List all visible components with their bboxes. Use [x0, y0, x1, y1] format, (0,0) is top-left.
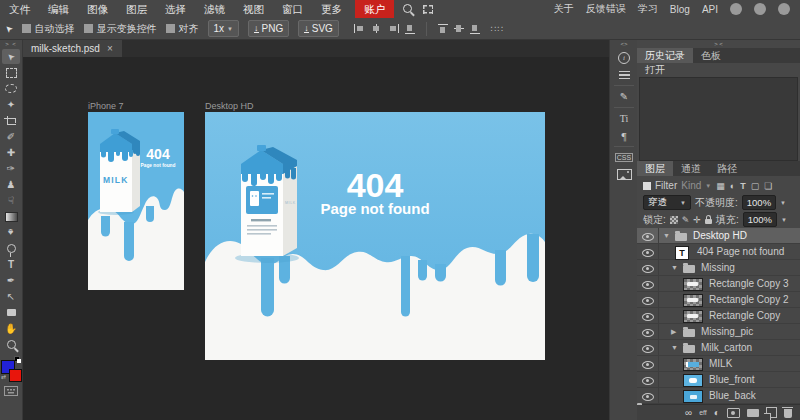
twitter-icon[interactable]: [754, 3, 766, 15]
account-button[interactable]: 账户: [355, 0, 394, 18]
show-transform-checkbox[interactable]: 显示变换控件: [84, 22, 157, 36]
filter-smart-icon[interactable]: ❏: [764, 181, 772, 191]
link-layers-icon[interactable]: ∞: [685, 407, 692, 418]
zoom-tool[interactable]: [2, 337, 20, 352]
collapse-arrow-icon[interactable]: ▶: [671, 328, 676, 336]
distribute-vertical-icon[interactable]: [470, 24, 480, 34]
reddit-icon[interactable]: [730, 3, 742, 15]
menu-api[interactable]: API: [702, 4, 718, 15]
menu-layer[interactable]: 图层: [120, 0, 153, 18]
healing-tool[interactable]: ✚: [2, 145, 20, 160]
history-entry-open[interactable]: 打开: [637, 63, 800, 77]
document-tab[interactable]: milk-sketch.psd ×: [22, 40, 122, 57]
visibility-eye-icon[interactable]: [642, 329, 654, 337]
menu-image[interactable]: 图像: [81, 0, 114, 18]
lock-position-icon[interactable]: ✛: [693, 215, 701, 225]
layer-row-404-text[interactable]: T 404 Page not found: [637, 244, 800, 260]
background-color-swatch[interactable]: [9, 369, 22, 382]
menu-learn[interactable]: 学习: [638, 2, 658, 16]
smudge-tool[interactable]: ☟: [2, 193, 20, 208]
tab-swatches[interactable]: 色板: [693, 48, 729, 63]
menu-view[interactable]: 视图: [237, 0, 270, 18]
layer-row-rectangle-copy-2[interactable]: Rectangle Copy 2: [637, 292, 800, 308]
layer-row-blue-back[interactable]: Blue_back: [637, 388, 800, 404]
visibility-eye-icon[interactable]: [642, 313, 654, 321]
export-png-button[interactable]: ↓ PNG: [248, 20, 289, 37]
move-tool[interactable]: ➤: [2, 49, 20, 64]
info-panel-icon[interactable]: i: [610, 49, 638, 66]
tab-history[interactable]: 历史记录: [637, 48, 693, 63]
expand-arrow-icon[interactable]: ▼: [671, 264, 678, 272]
artboard-label-desktop[interactable]: Desktop HD: [205, 101, 254, 111]
fullscreen-icon[interactable]: [423, 5, 433, 14]
adjustment-layer-icon[interactable]: ◐: [714, 407, 720, 418]
filter-adjustment-icon[interactable]: ◐: [730, 181, 735, 191]
close-icon[interactable]: ×: [107, 43, 113, 54]
shape-tool[interactable]: [2, 305, 20, 320]
lock-all-icon[interactable]: [705, 219, 712, 224]
toolbox-collapse-icon[interactable]: > <: [0, 40, 22, 48]
menu-about[interactable]: 关于: [554, 2, 574, 16]
expand-arrow-icon[interactable]: ▼: [663, 232, 670, 240]
pen-tool[interactable]: ✒: [2, 273, 20, 288]
css-panel-icon[interactable]: CSS: [610, 149, 638, 166]
menu-file[interactable]: 文件: [3, 0, 36, 18]
swap-colors-icon[interactable]: ⇄: [1, 373, 6, 380]
align-center-icon[interactable]: [371, 24, 382, 33]
layer-row-milk[interactable]: MILK: [637, 356, 800, 372]
visibility-eye-icon[interactable]: [642, 249, 654, 257]
visibility-eye-icon[interactable]: [642, 377, 654, 385]
distribute-spacing-icon[interactable]: ∷∷: [491, 24, 504, 34]
fill-input[interactable]: 100%: [743, 212, 777, 227]
keyboard-shortcuts-icon[interactable]: [4, 386, 18, 396]
visibility-eye-icon[interactable]: [642, 265, 654, 273]
canvas-area[interactable]: iPhone 7 Desktop HD: [22, 57, 609, 420]
visibility-eye-icon[interactable]: [642, 297, 654, 305]
menu-window[interactable]: 窗口: [276, 0, 309, 18]
expand-arrow-icon[interactable]: ▼: [671, 344, 678, 352]
snap-checkbox[interactable]: 对齐: [166, 22, 199, 36]
menu-filter[interactable]: 滤镜: [198, 0, 231, 18]
layer-row-desktop-hd[interactable]: ▼ Desktop HD: [637, 228, 800, 244]
add-mask-icon[interactable]: [727, 408, 740, 418]
gradient-tool[interactable]: [2, 209, 20, 224]
align-top-icon[interactable]: [438, 24, 448, 34]
blur-tool[interactable]: ♠: [2, 225, 20, 240]
export-svg-button[interactable]: ↓ SVG: [298, 20, 339, 37]
visibility-eye-icon[interactable]: [642, 233, 654, 241]
dodge-tool[interactable]: [2, 241, 20, 256]
crop-tool[interactable]: [2, 113, 20, 128]
lock-transparency-icon[interactable]: [670, 216, 678, 224]
layer-row-missing-pic-group[interactable]: ▶ Missing_pic: [637, 324, 800, 340]
adjustments-panel-icon[interactable]: [610, 66, 638, 83]
blend-mode-select[interactable]: 穿透 ▼: [643, 195, 691, 210]
delete-layer-icon[interactable]: [784, 409, 792, 418]
image-panel-icon[interactable]: [610, 166, 638, 183]
lock-paint-icon[interactable]: ✎: [682, 215, 690, 225]
layer-row-rectangle-copy[interactable]: Rectangle Copy: [637, 308, 800, 324]
opacity-input[interactable]: 100%: [742, 195, 776, 210]
tab-paths[interactable]: 路径: [709, 161, 745, 176]
direct-select-tool[interactable]: ↖: [2, 289, 20, 304]
brush-tool[interactable]: ✑: [2, 161, 20, 176]
filter-checkbox[interactable]: [643, 182, 651, 190]
search-icon[interactable]: [397, 0, 418, 18]
eyedropper-tool[interactable]: ✐: [2, 129, 20, 144]
align-right-icon[interactable]: [388, 24, 399, 33]
menu-select[interactable]: 选择: [159, 0, 192, 18]
magic-wand-tool[interactable]: ✦: [2, 97, 20, 112]
lasso-tool[interactable]: [2, 81, 20, 96]
align-bottom-icon[interactable]: [405, 24, 415, 34]
new-group-icon[interactable]: [747, 409, 759, 417]
layer-row-rectangle-copy-3[interactable]: Rectangle Copy 3: [637, 276, 800, 292]
clone-stamp-tool[interactable]: ♟: [2, 177, 20, 192]
filter-pixel-icon[interactable]: ▦: [716, 181, 725, 191]
tab-layers[interactable]: 图层: [637, 161, 673, 176]
menu-blog[interactable]: Blog: [670, 4, 690, 15]
layer-row-missing-group[interactable]: ▼ Missing: [637, 260, 800, 276]
layer-row-milk-carton-group[interactable]: ▼ Milk_carton: [637, 340, 800, 356]
strip-collapse-icon[interactable]: <>: [610, 40, 638, 49]
artboard-label-iphone[interactable]: iPhone 7: [88, 101, 124, 111]
new-layer-icon[interactable]: [766, 407, 777, 418]
visibility-eye-icon[interactable]: [642, 361, 654, 369]
